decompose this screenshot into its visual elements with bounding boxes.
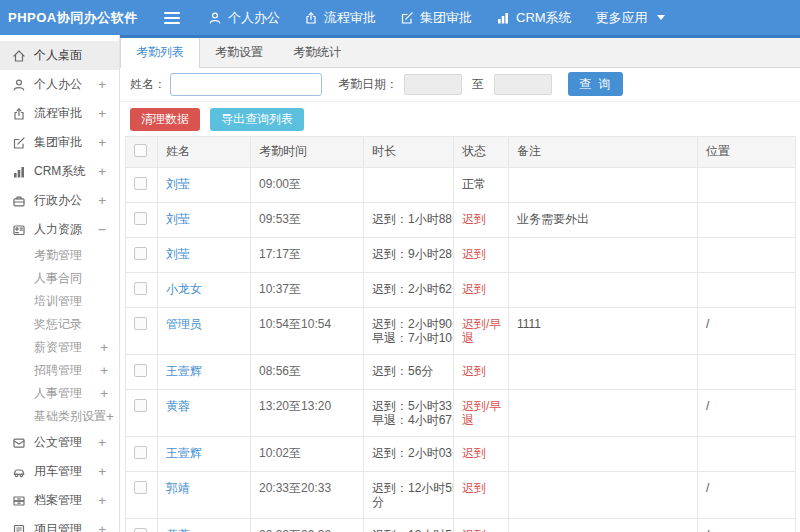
filter-row: 姓名： 考勤日期： 至 查 询	[120, 68, 800, 102]
name-input[interactable]	[170, 73, 322, 96]
employee-name-link[interactable]: 刘莹	[166, 177, 190, 191]
sidebar-item-档案管理[interactable]: 档案管理+	[0, 486, 119, 515]
sidebar-item-个人办公[interactable]: 个人办公+	[0, 70, 119, 99]
row-checkbox[interactable]	[134, 212, 147, 225]
expand-icon[interactable]: +	[100, 386, 108, 401]
sidebar-subitem-人事管理[interactable]: 人事管理+	[0, 382, 119, 405]
expand-icon[interactable]: +	[100, 363, 108, 378]
hamburger-menu-icon[interactable]	[164, 12, 180, 24]
attendance-time-cell: 09:00至	[251, 168, 364, 203]
collapse-icon[interactable]: −	[98, 222, 106, 237]
clean-data-button[interactable]: 清理数据	[130, 108, 200, 131]
name-cell: 郭靖	[158, 472, 251, 519]
duration-line: 迟到：12小时55	[372, 481, 449, 495]
topnav-item-CRM系统[interactable]: CRM系统	[484, 0, 584, 35]
employee-name-link[interactable]: 刘莹	[166, 212, 190, 226]
employee-name-link[interactable]: 刘莹	[166, 247, 190, 261]
sidebar-subitem-薪资管理[interactable]: 薪资管理+	[0, 336, 119, 359]
row-checkbox[interactable]	[134, 317, 147, 330]
chart-icon	[12, 165, 26, 179]
name-cell: 王壹辉	[158, 437, 251, 472]
sidebar-item-label: 档案管理	[34, 492, 82, 509]
sidebar-item-集团审批[interactable]: 集团审批+	[0, 128, 119, 157]
row-checkbox[interactable]	[134, 364, 147, 377]
topnav-item-更多应用[interactable]: 更多应用	[584, 0, 677, 35]
employee-name-link[interactable]: 王壹辉	[166, 446, 202, 460]
row-checkbox[interactable]	[134, 177, 147, 190]
row-checkbox[interactable]	[134, 247, 147, 260]
sidebar-subitem-奖惩记录[interactable]: 奖惩记录	[0, 313, 119, 336]
attendance-time-cell: 10:37至	[251, 273, 364, 308]
sidebar-subitem-label: 人事合同	[34, 270, 82, 287]
topnav-item-个人办公[interactable]: 个人办公	[196, 0, 292, 35]
sidebar-subitem-人事合同[interactable]: 人事合同	[0, 267, 119, 290]
topnav-items: 个人办公流程审批集团审批CRM系统更多应用	[196, 0, 677, 35]
duration-line: 迟到：2小时90分	[372, 317, 449, 331]
row-checkbox[interactable]	[134, 446, 147, 459]
sidebar-item-公文管理[interactable]: 公文管理+	[0, 428, 119, 457]
duration-cell: 迟到：12小时55分	[364, 472, 454, 519]
sidebar-item-label: 人力资源	[34, 221, 82, 238]
expand-icon[interactable]: +	[98, 493, 106, 508]
duration-line: 迟到：1小时88分	[372, 212, 449, 226]
status-badge: 迟到	[462, 446, 486, 460]
location-cell: /	[698, 472, 796, 519]
sidebar-subitem-招聘管理[interactable]: 招聘管理+	[0, 359, 119, 382]
date-to-input[interactable]	[494, 74, 552, 95]
sidebar-item-人力资源[interactable]: 人力资源−	[0, 215, 119, 244]
status-cell: 迟到	[454, 437, 509, 472]
expand-icon[interactable]: +	[106, 409, 114, 424]
export-list-button[interactable]: 导出查询列表	[210, 108, 304, 131]
expand-icon[interactable]: +	[100, 340, 108, 355]
sidebar-item-项目管理[interactable]: 项目管理+	[0, 515, 119, 532]
expand-icon[interactable]: +	[98, 135, 106, 150]
sidebar-item-用车管理[interactable]: 用车管理+	[0, 457, 119, 486]
sidebar-item-个人桌面[interactable]: 个人桌面	[0, 41, 119, 70]
tab-bar: 考勤列表考勤设置考勤统计	[120, 38, 800, 68]
sidebar-subitem-考勤管理[interactable]: 考勤管理	[0, 244, 119, 267]
employee-name-link[interactable]: 管理员	[166, 317, 202, 331]
expand-icon[interactable]: +	[98, 106, 106, 121]
status-badge: 迟到	[462, 247, 486, 261]
main-layout: 个人桌面个人办公+流程审批+集团审批+CRM系统+行政办公+人力资源−考勤管理人…	[0, 35, 800, 532]
row-checkbox[interactable]	[134, 399, 147, 412]
topnav-item-集团审批[interactable]: 集团审批	[388, 0, 484, 35]
row-checkbox[interactable]	[134, 282, 147, 295]
tab-考勤设置[interactable]: 考勤设置	[200, 38, 278, 67]
tab-考勤统计[interactable]: 考勤统计	[278, 38, 356, 67]
sidebar-item-行政办公[interactable]: 行政办公+	[0, 186, 119, 215]
date-from-input[interactable]	[404, 74, 462, 95]
sidebar-item-CRM系统[interactable]: CRM系统+	[0, 157, 119, 186]
expand-icon[interactable]: +	[98, 435, 106, 450]
location-cell: /	[698, 308, 796, 355]
employee-name-link[interactable]: 黄蓉	[166, 399, 190, 413]
remark-cell: 1111	[509, 308, 698, 355]
status-cell: 正常	[454, 168, 509, 203]
topnav-item-流程审批[interactable]: 流程审批	[292, 0, 388, 35]
duration-cell	[364, 168, 454, 203]
location-cell	[698, 437, 796, 472]
expand-icon[interactable]: +	[98, 464, 106, 479]
select-all-checkbox[interactable]	[134, 144, 147, 157]
location-cell	[698, 238, 796, 273]
edit-icon	[400, 11, 414, 25]
sidebar-subitem-基础类别设置[interactable]: 基础类别设置+	[0, 405, 119, 428]
row-checkbox[interactable]	[134, 528, 147, 532]
table-row: 管理员10:54至10:54迟到：2小时90分早退：7小时10分迟到/早退111…	[126, 308, 796, 355]
row-checkbox[interactable]	[134, 481, 147, 494]
employee-name-link[interactable]: 黄蓉	[166, 528, 190, 532]
sidebar-item-流程审批[interactable]: 流程审批+	[0, 99, 119, 128]
query-button[interactable]: 查 询	[568, 72, 623, 96]
expand-icon[interactable]: +	[98, 77, 106, 92]
expand-icon[interactable]: +	[98, 522, 106, 532]
row-checkbox-cell	[126, 390, 158, 437]
expand-icon[interactable]: +	[98, 164, 106, 179]
employee-name-link[interactable]: 小龙女	[166, 282, 202, 296]
tab-考勤列表[interactable]: 考勤列表	[120, 38, 200, 68]
sidebar-subitem-培训管理[interactable]: 培训管理	[0, 290, 119, 313]
status-badge: 迟到	[462, 481, 486, 495]
employee-name-link[interactable]: 郭靖	[166, 481, 190, 495]
employee-name-link[interactable]: 王壹辉	[166, 364, 202, 378]
duration-cell: 迟到：2小时62分	[364, 273, 454, 308]
expand-icon[interactable]: +	[98, 193, 106, 208]
